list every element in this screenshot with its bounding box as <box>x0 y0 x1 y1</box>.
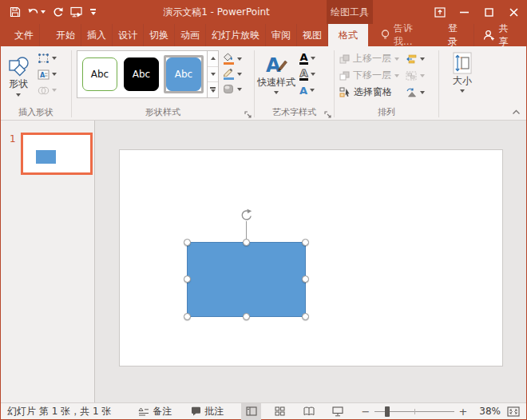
tab-design[interactable]: 设计 <box>113 24 144 46</box>
zoom-level: 38% <box>472 406 501 417</box>
save-button[interactable] <box>6 2 24 22</box>
group-separator <box>71 50 72 117</box>
size-dropdown-icon <box>460 89 465 93</box>
tab-transitions[interactable]: 切换 <box>144 24 175 46</box>
ribbon-display-options-button[interactable] <box>427 0 452 24</box>
shape-outline-dropdown-icon <box>237 73 242 76</box>
shape-style-option-1[interactable]: Abc <box>82 57 117 91</box>
shape-fill-button[interactable] <box>223 51 242 66</box>
zoom-out-button[interactable]: − <box>360 406 371 418</box>
text-outline-icon: A <box>299 69 308 81</box>
svg-text:A: A <box>266 54 281 77</box>
tab-review[interactable]: 审阅 <box>266 24 297 46</box>
shapes-button[interactable]: 形状 <box>2 48 35 97</box>
fit-to-window-button[interactable] <box>507 406 520 417</box>
text-outline-button[interactable]: A <box>297 66 318 82</box>
shape-effects-dropdown-icon <box>237 88 242 91</box>
maximize-button[interactable] <box>477 0 501 24</box>
redo-button[interactable] <box>50 2 66 22</box>
minimize-button[interactable] <box>452 0 477 24</box>
selection-pane-button[interactable]: 选择窗格 <box>338 84 401 101</box>
comments-button[interactable]: 批注 <box>191 405 224 418</box>
title-bar: 演示文稿1 - PowerPoint 绘图工具 <box>1 0 526 24</box>
person-add-icon <box>483 30 495 41</box>
slide-canvas[interactable] <box>95 121 526 402</box>
insert-shapes-small-buttons: A <box>35 48 59 98</box>
start-slideshow-button[interactable] <box>67 2 86 22</box>
gallery-more-button[interactable] <box>208 82 218 97</box>
shape-style-option-3-selected[interactable]: Abc <box>166 57 201 91</box>
bring-forward-button[interactable]: 上移一层 <box>338 50 401 67</box>
undo-button[interactable] <box>25 2 49 22</box>
resize-handle-sw[interactable] <box>184 313 191 320</box>
close-icon <box>509 8 518 17</box>
quick-styles-icon: A <box>264 51 288 77</box>
zoom-slider-handle[interactable] <box>385 406 390 417</box>
rotate-button[interactable] <box>404 84 426 101</box>
send-backward-button[interactable]: 下移一层 <box>338 67 401 84</box>
resize-handle-s[interactable] <box>243 313 250 320</box>
shape-outline-button[interactable] <box>223 66 242 81</box>
selected-rectangle-shape[interactable] <box>187 242 306 317</box>
collapse-ribbon-button[interactable] <box>512 109 521 115</box>
minimize-icon <box>460 11 469 14</box>
group-objects-button[interactable] <box>404 67 426 84</box>
slide-thumbnail-selected[interactable] <box>21 133 93 175</box>
resize-handle-n[interactable] <box>243 239 250 246</box>
ribbon-tab-row: 文件 开始 插入 设计 切换 动画 幻灯片放映 审阅 视图 格式 告诉我... … <box>1 24 526 46</box>
text-fill-button[interactable]: A <box>297 50 318 66</box>
text-box-button[interactable]: A <box>35 66 59 82</box>
tab-insert[interactable]: 插入 <box>81 24 113 46</box>
tab-home[interactable]: 开始 <box>50 24 81 46</box>
shape-style-option-2[interactable]: Abc <box>124 57 159 91</box>
size-button[interactable]: 大小 <box>452 48 473 93</box>
scroll-up-icon <box>211 57 216 60</box>
slide-thumbnail-panel[interactable]: 1 <box>1 121 95 402</box>
gallery-scroll-down-button[interactable] <box>208 67 218 83</box>
reading-view-button[interactable] <box>299 403 319 420</box>
merge-shapes-button[interactable] <box>35 82 59 98</box>
customize-quick-access-toolbar-button[interactable] <box>87 2 99 22</box>
slideshow-view-button[interactable] <box>327 403 347 420</box>
tab-format[interactable]: 格式 <box>328 24 368 46</box>
redo-icon <box>53 7 63 18</box>
slide-page[interactable] <box>119 149 503 367</box>
notes-button[interactable]: 备注 <box>138 405 172 418</box>
rotation-handle[interactable] <box>240 208 254 222</box>
align-icon <box>406 54 417 64</box>
zoom-slider-center-tick <box>414 409 415 414</box>
tab-animations[interactable]: 动画 <box>175 24 206 46</box>
tab-slideshow[interactable]: 幻灯片放映 <box>206 24 266 46</box>
size-label: 大小 <box>453 75 472 87</box>
tab-file[interactable]: 文件 <box>9 24 40 46</box>
close-button[interactable] <box>501 0 526 24</box>
text-effects-button[interactable]: A <box>297 82 318 98</box>
resize-handle-nw[interactable] <box>184 239 191 246</box>
shape-styles-dialog-launcher[interactable] <box>244 111 252 119</box>
text-box-dropdown-icon <box>52 73 57 76</box>
zoom-in-button[interactable]: + <box>458 406 469 418</box>
align-button[interactable] <box>404 50 426 67</box>
shape-fill-icon <box>223 53 234 65</box>
lightbulb-icon <box>381 30 390 41</box>
resize-handle-se[interactable] <box>302 313 309 320</box>
zoom-control: − + 38% <box>360 406 520 418</box>
wordart-dialog-launcher[interactable] <box>324 111 332 119</box>
gallery-scroll-up-button[interactable] <box>208 51 218 67</box>
tell-me-label: 告诉我... <box>394 22 426 49</box>
notes-icon <box>138 407 149 416</box>
tell-me-button[interactable]: 告诉我... <box>374 22 434 49</box>
resize-handle-ne[interactable] <box>302 239 309 246</box>
sign-in-button[interactable]: 登录 <box>440 22 474 49</box>
tab-view[interactable]: 视图 <box>297 24 328 46</box>
quick-styles-button[interactable]: A 快速样式 <box>256 48 297 94</box>
share-button[interactable]: 共享 <box>474 22 524 49</box>
slide-sorter-view-button[interactable] <box>270 403 290 420</box>
shape-effects-button[interactable] <box>223 81 242 97</box>
shape-style-selected-frame: Abc <box>164 55 204 93</box>
zoom-slider-track[interactable] <box>374 411 454 412</box>
edit-shape-button[interactable] <box>35 50 59 66</box>
normal-view-button[interactable] <box>241 403 261 420</box>
resize-handle-e[interactable] <box>302 275 309 283</box>
resize-handle-w[interactable] <box>184 275 191 283</box>
